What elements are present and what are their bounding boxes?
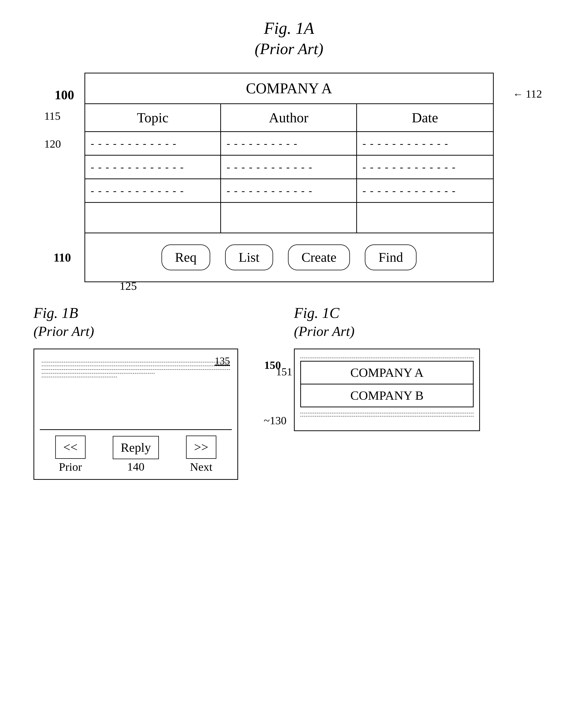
fig1b-line-1 <box>42 362 230 362</box>
fig1b-title: Fig. 1B <box>33 305 238 321</box>
reply-btn-group: Reply 140 <box>113 436 159 473</box>
fig1b-line-4 <box>42 373 155 373</box>
empty-cell-2 <box>221 203 357 233</box>
page-subtitle: (Prior Art) <box>15 40 563 58</box>
fig1b-wrapper: 135 << Prior Reply <box>33 348 238 480</box>
cell-1-2: - - - - - - - - - - <box>221 132 357 155</box>
label-120: 120 <box>44 137 61 150</box>
req-button[interactable]: Req <box>161 244 210 270</box>
cell-1-1: - - - - - - - - - - - - <box>85 132 221 155</box>
row-1-wrapper: 120 - - - - - - - - - - - - - - - - - - … <box>85 132 493 156</box>
company-b-item[interactable]: COMPANY B <box>301 385 473 407</box>
page-title: Fig. 1A <box>15 19 563 38</box>
empty-cell-1 <box>85 203 221 233</box>
data-rows: 120 - - - - - - - - - - - - - - - - - - … <box>85 132 493 233</box>
empty-cell-3 <box>357 203 493 233</box>
buttons-row: 110 Req List Create Find 125 <box>85 233 493 282</box>
next-label: Next <box>190 460 212 473</box>
data-row-2: - - - - - - - - - - - - - - - - - - - - … <box>85 156 493 179</box>
fig1a-container: 100 ← 112 COMPANY A 115 Topic Author Dat… <box>84 73 494 282</box>
cell-2-1: - - - - - - - - - - - - - <box>85 156 221 179</box>
prior-label: Prior <box>59 460 82 473</box>
fig1c-bottom-line-2 <box>300 416 474 416</box>
cell-3-3: - - - - - - - - - - - - - <box>357 179 493 202</box>
fig1c-bottom-line-1 <box>300 413 474 413</box>
empty-row <box>85 203 493 233</box>
fig1b-content: 135 <box>40 355 232 429</box>
fig1b-box: 135 << Prior Reply <box>33 348 238 480</box>
author-header: Author <box>221 104 357 131</box>
label-115: 115 <box>44 110 61 123</box>
fig1b-line-2 <box>42 366 230 366</box>
company-header: COMPANY A <box>85 73 493 104</box>
cell-3-2: - - - - - - - - - - - - <box>221 179 357 202</box>
col-headers: Topic Author Date <box>85 104 493 132</box>
topic-header: Topic <box>85 104 221 131</box>
label-151: 151 <box>276 365 292 378</box>
main-table: COMPANY A 115 Topic Author Date 120 - - … <box>84 73 494 282</box>
fig1c-subtitle: (Prior Art) <box>294 323 480 339</box>
prior-btn-group: << Prior <box>55 436 85 473</box>
dropdown-wrapper: 151 COMPANY A COMPANY B <box>300 361 474 407</box>
label-135: 135 <box>215 355 230 367</box>
fig1b-section: Fig. 1B (Prior Art) 135 << <box>33 305 238 480</box>
fig1c-title: Fig. 1C <box>294 305 480 321</box>
cell-1-3: - - - - - - - - - - - - <box>357 132 493 155</box>
col-headers-wrapper: 115 Topic Author Date <box>85 104 493 132</box>
prior-button[interactable]: << <box>55 436 85 459</box>
cell-2-3: - - - - - - - - - - - - - <box>357 156 493 179</box>
label-110: 110 <box>54 251 71 264</box>
fig1b-subtitle: (Prior Art) <box>33 323 238 339</box>
data-row-3: - - - - - - - - - - - - - - - - - - - - … <box>85 179 493 203</box>
fig1a-arrow-label: ← 112 <box>513 87 542 100</box>
next-button[interactable]: >> <box>186 436 216 459</box>
fig1c-top-line <box>300 358 474 358</box>
fig1a-label: 100 <box>55 87 74 102</box>
find-button[interactable]: Find <box>365 244 417 270</box>
fig1c-box: 151 COMPANY A COMPANY B <box>294 348 480 431</box>
list-button[interactable]: List <box>225 244 273 270</box>
label-125: 125 <box>120 279 137 293</box>
create-button[interactable]: Create <box>288 244 350 270</box>
label-140: 140 <box>127 460 144 473</box>
reply-button[interactable]: Reply <box>113 436 159 459</box>
fig1b-footer: << Prior Reply 140 >> Next <box>40 429 232 479</box>
next-btn-group: >> Next <box>186 436 216 473</box>
fig1c-section: Fig. 1C (Prior Art) 150 151 COMPANY A CO… <box>294 305 480 431</box>
cell-2-2: - - - - - - - - - - - - <box>221 156 357 179</box>
cell-3-1: - - - - - - - - - - - - - <box>85 179 221 202</box>
company-a-item[interactable]: COMPANY A <box>301 362 473 385</box>
label-130: ~130 <box>264 414 286 427</box>
fig1c-wrapper: 150 151 COMPANY A COMPANY B <box>294 348 480 431</box>
date-header: Date <box>357 104 493 131</box>
bottom-figures: Fig. 1B (Prior Art) 135 << <box>33 305 563 480</box>
fig1c-spacer <box>300 419 474 425</box>
fig1b-line-3 <box>42 369 230 370</box>
data-row-1: - - - - - - - - - - - - - - - - - - - - … <box>85 132 493 156</box>
fig1b-line-5 <box>42 377 117 377</box>
dropdown-box: COMPANY A COMPANY B <box>300 361 474 407</box>
